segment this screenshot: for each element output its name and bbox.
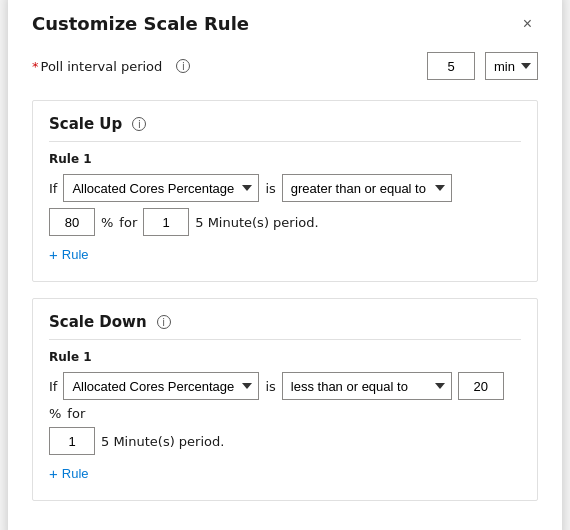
scale-up-condition-select[interactable]: greater than or equal to greater than le…: [282, 174, 452, 202]
scale-down-period-input[interactable]: [49, 427, 95, 455]
scale-down-if-text: If: [49, 379, 57, 394]
scale-down-plus-icon: +: [49, 465, 58, 482]
scale-up-threshold-row: % for 5 Minute(s) period.: [49, 208, 521, 236]
scale-up-title: Scale Up: [49, 115, 122, 133]
poll-interval-row: *Poll interval period i min sec: [32, 52, 538, 80]
scale-up-period-input[interactable]: [143, 208, 189, 236]
scale-down-for-text: for: [67, 406, 85, 421]
scale-down-period-row: 5 Minute(s) period.: [49, 427, 521, 455]
poll-interval-label: *Poll interval period: [32, 59, 162, 74]
scale-down-threshold-input[interactable]: [458, 372, 504, 400]
scale-up-for-text: for: [119, 215, 137, 230]
scale-up-metric-select[interactable]: Allocated Cores Percentage CPU Usage Mem…: [63, 174, 259, 202]
poll-interval-unit-select[interactable]: min sec: [485, 52, 538, 80]
scale-down-pct-label: %: [49, 406, 61, 421]
scale-down-is-text: is: [265, 379, 275, 394]
scale-down-rule1-label: Rule 1: [49, 350, 521, 364]
customize-scale-rule-modal: Customize Scale Rule × *Poll interval pe…: [8, 0, 562, 530]
scale-up-threshold-input[interactable]: [49, 208, 95, 236]
modal-header: Customize Scale Rule ×: [32, 13, 538, 34]
scale-up-info-icon: i: [132, 117, 146, 131]
scale-down-condition-select[interactable]: greater than or equal to greater than le…: [282, 372, 452, 400]
scale-up-plus-icon: +: [49, 246, 58, 263]
scale-down-title-row: Scale Down i: [49, 313, 521, 340]
scale-down-add-rule-button[interactable]: + Rule: [49, 461, 89, 486]
scale-down-title: Scale Down: [49, 313, 147, 331]
scale-up-add-rule-label: Rule: [62, 247, 89, 262]
poll-interval-info-icon: i: [176, 59, 190, 73]
scale-down-rule1-row: If Allocated Cores Percentage CPU Usage …: [49, 372, 521, 421]
scale-up-pct-label: %: [101, 215, 113, 230]
scale-down-period-text: 5 Minute(s) period.: [101, 434, 224, 449]
scale-up-rule1-label: Rule 1: [49, 152, 521, 166]
scale-up-rule1-row: If Allocated Cores Percentage CPU Usage …: [49, 174, 521, 202]
close-button[interactable]: ×: [517, 14, 538, 34]
scale-up-add-rule-button[interactable]: + Rule: [49, 242, 89, 267]
scale-down-section: Scale Down i Rule 1 If Allocated Cores P…: [32, 298, 538, 501]
scale-up-is-text: is: [265, 181, 275, 196]
scale-down-metric-select[interactable]: Allocated Cores Percentage CPU Usage Mem…: [63, 372, 259, 400]
scale-up-period-text: 5 Minute(s) period.: [195, 215, 318, 230]
scale-up-title-row: Scale Up i: [49, 115, 521, 142]
scale-down-add-rule-label: Rule: [62, 466, 89, 481]
modal-title: Customize Scale Rule: [32, 13, 249, 34]
scale-down-info-icon: i: [157, 315, 171, 329]
poll-interval-input[interactable]: [427, 52, 475, 80]
required-star: *: [32, 59, 39, 74]
scale-up-if-text: If: [49, 181, 57, 196]
scale-up-section: Scale Up i Rule 1 If Allocated Cores Per…: [32, 100, 538, 282]
